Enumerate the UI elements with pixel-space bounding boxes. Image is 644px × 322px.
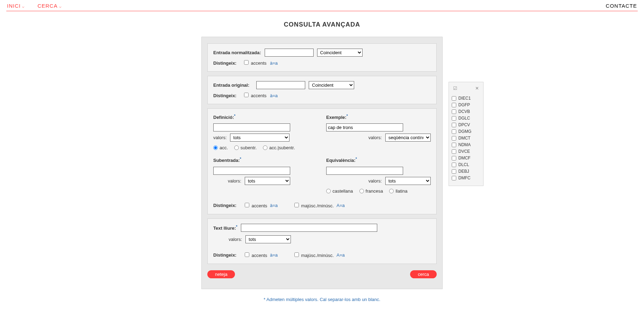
link-aea-1[interactable]: à=a — [270, 60, 278, 66]
checkbox-majusc-3[interactable]: majúsc./minúsc. — [294, 203, 334, 208]
page-title: CONSULTA AVANÇADA — [0, 21, 644, 28]
checkbox-majusc-4[interactable]: majúsc./minúsc. — [294, 252, 334, 258]
label-valors-tl: valors: — [229, 237, 242, 242]
link-aea-3[interactable]: à=a — [270, 203, 278, 208]
select-valors-sub[interactable]: tots — [245, 177, 290, 185]
input-text-lliure[interactable] — [241, 224, 377, 232]
dict-item-dpcv[interactable]: DPCV — [452, 122, 480, 127]
radio-acc-subentr[interactable]: acc.|subentr. — [263, 145, 295, 150]
nav-inici[interactable]: INICI⌵ — [7, 3, 25, 9]
radio-lang: castellana francesa llatina — [326, 188, 431, 194]
dict-item-ndma[interactable]: NDMA — [452, 142, 480, 147]
dict-item-diec1[interactable]: DIEC1 — [452, 96, 480, 101]
link-Aa-4[interactable]: A=a — [337, 252, 345, 258]
nav-cerca[interactable]: CERCA⌵ — [37, 3, 62, 9]
close-icon[interactable]: ✕ — [475, 86, 479, 91]
link-Aa-3[interactable]: A=a — [337, 203, 345, 208]
panel-entrada-original: Entrada original: Coincident Distingeix:… — [207, 76, 437, 104]
footnote: * Admeten múltiples valors. Cal separar-… — [0, 297, 644, 302]
label-equivalencia: Equivalència:* — [326, 157, 357, 163]
radio-francesa[interactable]: francesa — [359, 188, 383, 194]
radio-acc[interactable]: acc. — [213, 145, 228, 150]
chevron-down-icon: ⌵ — [59, 4, 62, 8]
panel-text-lliure: Text lliure:* valors: tots Distingeix: a… — [207, 219, 437, 264]
label-entrada-original: Entrada original: — [213, 83, 249, 88]
label-distingeix-1: Distingeix: — [213, 60, 236, 66]
label-text-lliure: Text lliure:* — [213, 224, 237, 231]
dict-item-dmcf[interactable]: DMCF — [452, 156, 480, 160]
dict-item-dmfc[interactable]: DMFC — [452, 176, 480, 180]
panel-definicio-exemple: Definició:* valors: tots acc. subentr. a… — [207, 108, 437, 214]
select-valors-eq[interactable]: tots — [385, 177, 431, 185]
label-distingeix-3: Distingeix: — [213, 203, 236, 208]
divider — [6, 11, 638, 11]
radio-scope: acc. subentr. acc.|subentr. — [213, 145, 318, 150]
dict-item-dlcl[interactable]: DLCL — [452, 162, 480, 167]
input-entrada-original[interactable] — [256, 81, 305, 89]
select-valors-tl[interactable]: tots — [245, 235, 291, 243]
dict-item-dgfp[interactable]: DGFP — [452, 102, 480, 107]
button-cerca[interactable]: cerca — [410, 270, 437, 278]
label-definicio: Definició:* — [213, 114, 236, 120]
input-definicio[interactable] — [213, 123, 290, 131]
select-valors-def[interactable]: tots — [230, 134, 289, 142]
form-container: Entrada normalitzada: Coincident Disting… — [201, 37, 443, 289]
select-valors-ex[interactable]: seqüència contínua — [385, 134, 431, 142]
input-equivalencia[interactable] — [326, 167, 403, 175]
dict-item-dglc[interactable]: DGLC — [452, 116, 480, 121]
dict-item-dcvb[interactable]: DCVB — [452, 109, 480, 114]
chevron-down-icon: ⌵ — [22, 4, 25, 8]
label-exemple: Exemple:* — [326, 114, 348, 120]
radio-llatina[interactable]: llatina — [389, 188, 407, 194]
input-subentrada[interactable] — [213, 167, 290, 175]
radio-castellana[interactable]: castellana — [326, 188, 353, 194]
checkbox-accents-2[interactable]: accents — [244, 93, 266, 98]
radio-subentr[interactable]: subentr. — [234, 145, 257, 150]
checkbox-accents-3[interactable]: accents — [245, 203, 267, 208]
checkbox-accents-1[interactable]: accents — [244, 60, 266, 66]
label-valors-sub: valors: — [228, 178, 241, 184]
check-all-icon[interactable]: ☑ — [453, 86, 457, 91]
dict-item-dgmg[interactable]: DGMG — [452, 129, 480, 134]
label-distingeix-2: Distingeix: — [213, 93, 236, 98]
label-distingeix-4: Distingeix: — [213, 252, 236, 258]
link-aea-2[interactable]: à=a — [270, 93, 278, 98]
dict-item-dmct[interactable]: DMCT — [452, 136, 480, 141]
label-valors-def: valors: — [213, 135, 227, 140]
dict-sidebar: ☑ ✕ DIEC1DGFPDCVBDGLCDPCVDGMGDMCTNDMADVC… — [449, 82, 484, 186]
checkbox-accents-4[interactable]: accents — [245, 252, 267, 258]
input-exemple[interactable] — [326, 123, 403, 131]
dict-item-dvce[interactable]: DVCE — [452, 149, 480, 154]
select-entrada-original-mode[interactable]: Coincident — [309, 81, 354, 89]
label-entrada-normalitzada: Entrada normalitzada: — [213, 50, 261, 55]
button-neteja[interactable]: neteja — [207, 270, 235, 278]
top-nav: INICI⌵ CERCA⌵ CONTACTE — [0, 0, 644, 11]
dict-item-debj[interactable]: DEBJ — [452, 169, 480, 174]
nav-contacte[interactable]: CONTACTE — [606, 3, 637, 9]
select-entrada-normalitzada-mode[interactable]: Coincident — [317, 49, 363, 57]
label-subentrada: Subentrada:* — [213, 157, 241, 163]
panel-entrada-normalitzada: Entrada normalitzada: Coincident Disting… — [207, 43, 437, 72]
input-entrada-normalitzada[interactable] — [265, 49, 314, 57]
label-valors-ex: valors: — [368, 135, 382, 140]
link-aea-4[interactable]: à=a — [270, 252, 278, 258]
label-valors-eq: valors: — [368, 178, 382, 184]
